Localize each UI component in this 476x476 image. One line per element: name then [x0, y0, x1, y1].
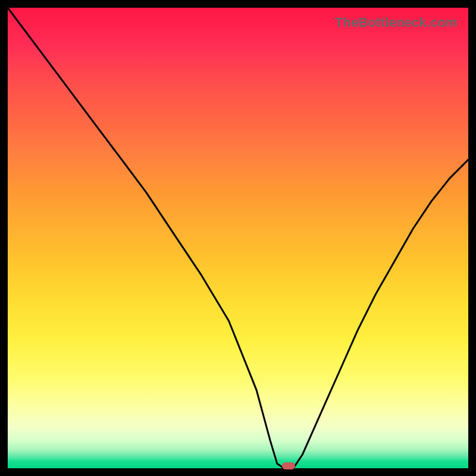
- bottleneck-curve: [8, 8, 468, 468]
- optimal-marker: [282, 462, 295, 469]
- chart-container: TheBottleneck.com: [0, 0, 476, 476]
- plot-area: TheBottleneck.com: [8, 8, 468, 468]
- curve-path: [8, 8, 468, 468]
